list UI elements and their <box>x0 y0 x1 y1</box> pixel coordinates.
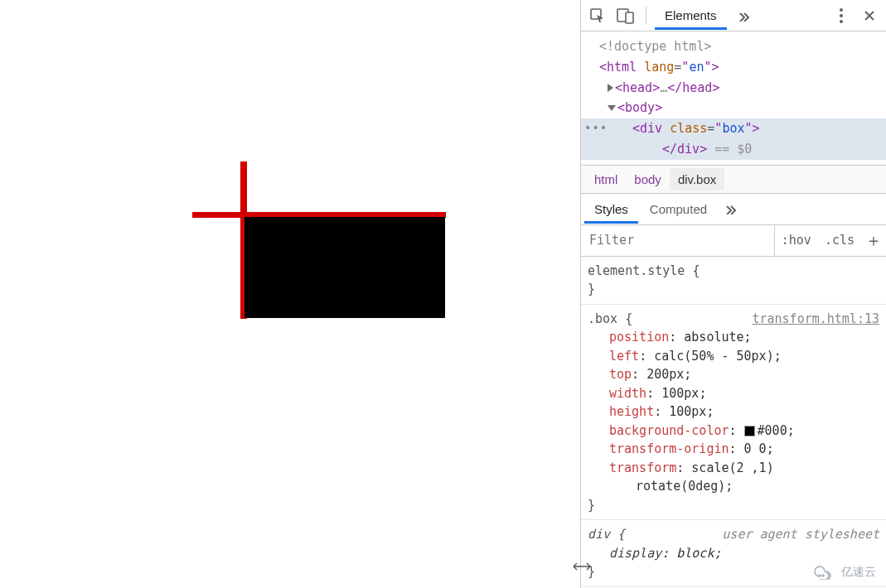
tab-elements[interactable]: Elements <box>655 2 727 29</box>
rule-source-link[interactable]: transform.html:13 <box>752 310 879 329</box>
decl-position[interactable]: position: absolute; <box>588 328 879 347</box>
hov-toggle[interactable]: :hov <box>775 225 818 256</box>
page-preview <box>0 0 580 588</box>
inspect-icon[interactable] <box>586 4 609 27</box>
selector-div-ua: div { <box>588 525 625 544</box>
app-root: Elements <!doctype html> <html lang="en"… <box>0 0 886 588</box>
device-toggle-icon[interactable] <box>614 4 637 27</box>
svg-point-6 <box>819 575 821 576</box>
dom-div-selected[interactable]: •••<div class="box"> <box>581 118 886 139</box>
decl-height[interactable]: height: 100px; <box>588 402 879 422</box>
rule-source-ua: user agent stylesheet <box>722 525 879 544</box>
filter-row: :hov .cls ＋ <box>581 225 886 257</box>
selector-element-style: element.style { <box>588 262 700 281</box>
cls-toggle[interactable]: .cls <box>818 225 861 256</box>
rule-element-style[interactable]: element.style { } <box>581 257 886 305</box>
watermark: 亿速云 <box>808 561 881 583</box>
dom-html-open[interactable]: <html lang="en"> <box>581 57 886 78</box>
new-style-rule-icon[interactable]: ＋ <box>861 229 886 252</box>
decl-display[interactable]: display: block; <box>588 544 879 563</box>
subtab-styles[interactable]: Styles <box>584 195 638 223</box>
crumb-html[interactable]: html <box>586 168 626 190</box>
crumb-body[interactable]: body <box>626 168 670 190</box>
breadcrumb: html body div.box <box>581 166 886 194</box>
dom-tree[interactable]: <!doctype html> <html lang="en"> <head>…… <box>581 31 886 166</box>
more-tabs-icon[interactable] <box>732 4 755 27</box>
close-devtools-icon[interactable] <box>858 4 881 27</box>
svg-rect-2 <box>626 12 633 23</box>
brace-close: } <box>588 280 879 299</box>
decl-left[interactable]: left: calc(50% - 50px); <box>588 347 879 366</box>
collapse-icon[interactable] <box>608 105 616 111</box>
styles-subtabs: Styles Computed <box>581 194 886 225</box>
watermark-text: 亿速云 <box>841 565 876 580</box>
selector-box: .box { <box>588 310 632 329</box>
styles-rules[interactable]: element.style { } .box { transform.html:… <box>581 257 886 589</box>
kebab-menu-icon[interactable] <box>830 4 853 27</box>
dom-doctype[interactable]: <!doctype html> <box>581 36 886 57</box>
subtabs-more-icon[interactable] <box>719 197 742 220</box>
brace-close: } <box>588 496 879 515</box>
color-swatch-icon[interactable] <box>744 426 755 436</box>
decl-transform[interactable]: transform: scale(2 ,1) <box>588 459 879 478</box>
crumb-div-box[interactable]: div.box <box>670 168 724 190</box>
dom-div-close[interactable]: </div> == $0 <box>581 139 886 160</box>
expand-icon[interactable] <box>608 84 613 92</box>
decl-width[interactable]: width: 100px; <box>588 384 879 403</box>
decl-background-color[interactable]: background-color: #000; <box>588 422 879 441</box>
decl-transform-cont[interactable]: rotate(0deg); <box>588 477 879 496</box>
rendered-box <box>244 217 445 318</box>
devtools-toolbar: Elements <box>581 0 886 31</box>
separator <box>646 7 646 25</box>
rule-box[interactable]: .box { transform.html:13 position: absol… <box>581 305 886 521</box>
resize-handle-icon[interactable] <box>573 561 591 573</box>
svg-point-3 <box>840 8 843 12</box>
selection-dots-icon: ••• <box>584 118 608 137</box>
decl-transform-origin[interactable]: transform-origin: 0 0; <box>588 440 879 459</box>
svg-point-4 <box>840 14 843 17</box>
devtools-panel: Elements <!doctype html> <html lang="en"… <box>580 0 886 588</box>
decl-top[interactable]: top: 200px; <box>588 365 879 384</box>
dom-head[interactable]: <head>…</head> <box>581 78 886 99</box>
svg-point-7 <box>822 575 824 576</box>
subtab-computed[interactable]: Computed <box>640 195 717 223</box>
svg-point-5 <box>840 20 843 23</box>
filter-input[interactable] <box>581 225 775 256</box>
dom-body-open[interactable]: <body> <box>581 98 886 118</box>
